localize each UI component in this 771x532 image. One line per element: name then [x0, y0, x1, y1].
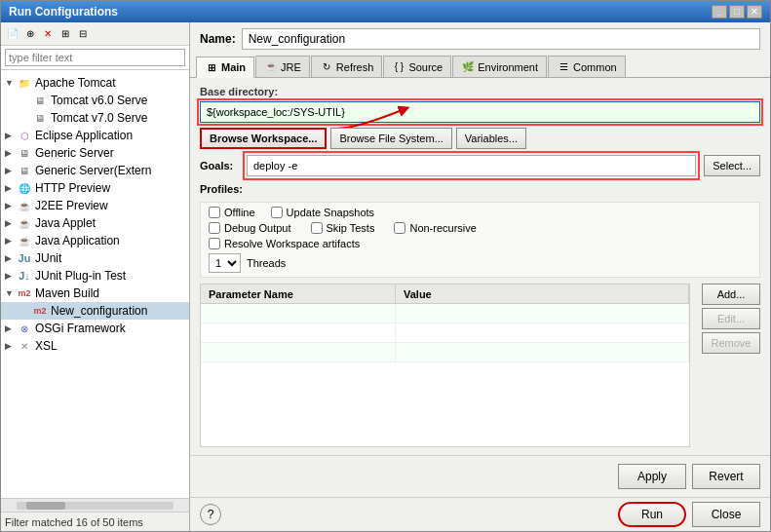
collapse-icon[interactable]: ⊟ — [75, 26, 91, 42]
server-icon: 🖥 — [17, 163, 32, 178]
tree-item-java-app[interactable]: ▶ ☕ Java Application — [1, 232, 189, 249]
refresh-tab-icon: ↻ — [320, 60, 333, 74]
tree-item-junit[interactable]: ▶ Ju JUnit — [1, 249, 189, 267]
tree-label: Java Application — [35, 234, 120, 247]
tree-item-j2ee-preview[interactable]: ▶ ☕ J2EE Preview — [1, 197, 189, 214]
param-name-cell — [201, 304, 396, 323]
tab-jre[interactable]: ☕ JRE — [255, 56, 310, 77]
tree-item-tomcat-v70[interactable]: 🖥 Tomcat v7.0 Serve — [1, 109, 189, 127]
apply-button[interactable]: Apply — [618, 464, 686, 489]
non-recursive-checkbox-item[interactable]: Non-recursive — [394, 222, 476, 234]
resolve-workspace-checkbox[interactable] — [209, 238, 220, 249]
expand-arrow: ▶ — [5, 253, 15, 263]
new-config-icon[interactable]: 📄 — [5, 26, 20, 42]
base-dir-label: Base directory: — [200, 86, 760, 97]
tree-label: Tomcat v6.0 Serve — [51, 94, 147, 107]
help-button[interactable]: ? — [200, 504, 221, 525]
revert-button[interactable]: Revert — [692, 464, 760, 489]
offline-checkbox-item[interactable]: Offline — [209, 207, 255, 218]
tree-item-xsl[interactable]: ▶ ✕ XSL — [1, 337, 189, 355]
tree-label: New_configuration — [51, 304, 147, 318]
expand-arrow: ▶ — [5, 183, 15, 193]
edit-param-button[interactable]: Edit... — [702, 308, 760, 329]
add-param-button[interactable]: Add... — [702, 284, 760, 305]
horizontal-scrollbar[interactable] — [1, 498, 189, 512]
tree-item-generic-server[interactable]: ▶ 🖥 Generic Server — [1, 144, 189, 162]
param-value-cell — [396, 304, 689, 323]
debug-output-checkbox[interactable] — [209, 222, 220, 234]
osgi-icon: ⊗ — [17, 321, 32, 336]
skip-tests-checkbox-item[interactable]: Skip Tests — [311, 222, 375, 234]
expand-arrow: ▶ — [5, 166, 15, 175]
update-snapshots-checkbox[interactable] — [271, 207, 283, 218]
delete-icon[interactable]: ✕ — [40, 26, 56, 42]
tree-item-generic-server-ext[interactable]: ▶ 🖥 Generic Server(Extern — [1, 162, 189, 179]
maven-config-icon: m2 — [32, 303, 48, 319]
expand-arrow: ▶ — [5, 323, 15, 333]
maven-icon: m2 — [17, 285, 32, 301]
http-icon: 🌐 — [17, 180, 32, 196]
select-button[interactable]: Select... — [704, 155, 760, 176]
run-button[interactable]: Run — [618, 502, 686, 527]
duplicate-icon[interactable]: ⊕ — [22, 26, 38, 42]
tree-label: Apache Tomcat — [35, 76, 116, 90]
tree-item-http-preview[interactable]: ▶ 🌐 HTTP Preview — [1, 179, 189, 197]
tab-refresh[interactable]: ↻ Refresh — [311, 56, 383, 77]
tree-item-java-applet[interactable]: ▶ ☕ Java Applet — [1, 214, 189, 232]
tree-label: Tomcat v7.0 Serve — [51, 111, 147, 125]
tree-item-junit-plugin[interactable]: ▶ J↓ JUnit Plug-in Test — [1, 267, 189, 285]
server-icon: 🖥 — [17, 145, 32, 161]
tree-item-new-config[interactable]: m2 New_configuration — [1, 302, 189, 320]
browse-workspace-button[interactable]: Browse Workspace... — [200, 128, 327, 149]
params-table: Parameter Name Value — [200, 284, 690, 447]
tab-source[interactable]: { } Source — [383, 56, 451, 77]
tree-item-maven-build[interactable]: ▼ m2 Maven Build — [1, 285, 189, 302]
maximize-button[interactable]: □ — [729, 5, 745, 19]
close-dialog-button[interactable]: Close — [692, 502, 760, 527]
config-name-input[interactable] — [242, 28, 760, 50]
profiles-label: Profiles: — [200, 183, 243, 195]
tree-item-tomcat-v60[interactable]: 🖥 Tomcat v6.0 Serve — [1, 92, 189, 109]
junit-plugin-icon: J↓ — [17, 268, 32, 284]
close-button[interactable]: ✕ — [747, 5, 762, 19]
junit-icon: Ju — [17, 250, 32, 266]
expand-arrow: ▶ — [5, 131, 15, 140]
table-row — [201, 343, 689, 362]
resolve-workspace-checkbox-item[interactable]: Resolve Workspace artifacts — [209, 238, 360, 249]
tree-item-osgi[interactable]: ▶ ⊗ OSGi Framework — [1, 320, 189, 337]
tab-environment[interactable]: 🌿 Environment — [452, 56, 547, 77]
tab-refresh-label: Refresh — [336, 61, 374, 73]
expand-arrow: ▶ — [5, 148, 15, 158]
skip-tests-checkbox[interactable] — [311, 222, 323, 234]
dialog-bottom-row: ? Run Close — [190, 497, 770, 531]
tree-item-eclipse-app[interactable]: ▶ ⬡ Eclipse Application — [1, 127, 189, 144]
base-dir-input[interactable] — [200, 101, 760, 123]
tab-common[interactable]: ☰ Common — [548, 56, 626, 77]
tree-item-apache-tomcat[interactable]: ▼ 📁 Apache Tomcat — [1, 74, 189, 92]
expand-icon[interactable]: ⊞ — [58, 26, 73, 42]
common-tab-icon: ☰ — [557, 60, 570, 74]
param-name-cell — [201, 343, 396, 361]
apply-revert-row: Apply Revert — [190, 455, 770, 497]
offline-checkbox[interactable] — [209, 207, 220, 218]
java-icon: ☕ — [17, 233, 32, 248]
debug-output-checkbox-item[interactable]: Debug Output — [209, 222, 291, 234]
param-value-header: Value — [396, 285, 689, 303]
non-recursive-checkbox[interactable] — [394, 222, 405, 234]
param-name-header: Parameter Name — [201, 285, 396, 303]
threads-select[interactable]: 1 2 4 — [209, 253, 241, 273]
remove-param-button[interactable]: Remove — [702, 332, 760, 354]
tree-label: JUnit Plug-in Test — [35, 269, 126, 283]
goals-input[interactable] — [247, 155, 696, 176]
update-snapshots-checkbox-item[interactable]: Update Snapshots — [271, 207, 375, 218]
variables-button[interactable]: Variables... — [456, 128, 526, 149]
expand-arrow: ▶ — [5, 271, 15, 281]
tree-label: Eclipse Application — [35, 129, 133, 142]
table-row — [201, 304, 689, 323]
expand-arrow: ▶ — [5, 341, 15, 351]
xsl-icon: ✕ — [17, 338, 32, 354]
tab-main[interactable]: ⊞ Main — [196, 57, 254, 78]
browse-file-system-button[interactable]: Browse File System... — [330, 128, 451, 149]
filter-input[interactable] — [5, 49, 185, 66]
minimize-button[interactable]: _ — [712, 5, 727, 19]
